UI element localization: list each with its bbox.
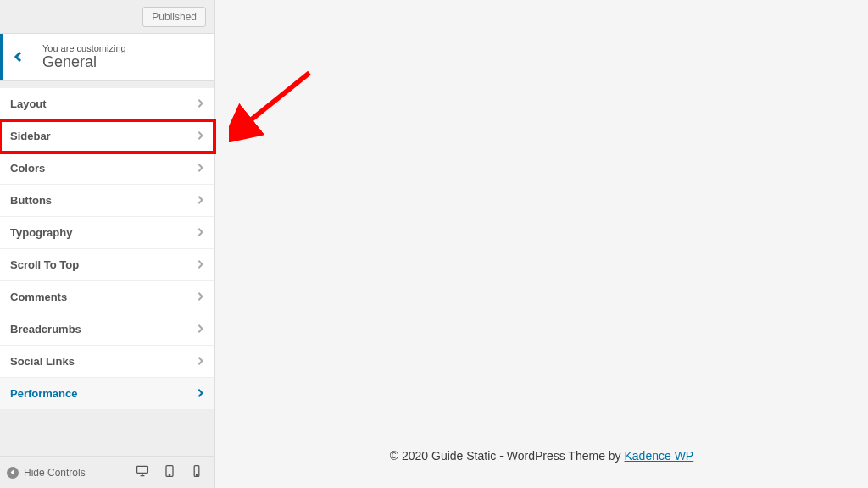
panel-top-bar: Published [0,0,214,34]
chevron-right-icon [196,323,204,336]
menu-item-breadcrumbs[interactable]: Breadcrumbs [0,313,214,346]
preview-footer-link[interactable]: Kadence WP [624,449,693,463]
chevron-right-icon [196,97,204,110]
preview-footer: © 2020 Guide Static - WordPress Theme by… [215,449,868,463]
menu-item-label: Comments [10,291,67,303]
menu-item-comments[interactable]: Comments [0,281,214,313]
menu-item-label: Performance [10,387,77,400]
menu-item-label: Buttons [10,194,52,207]
device-mobile-button[interactable] [186,462,208,484]
back-button[interactable] [0,34,34,80]
menu-list: LayoutSidebarColorsButtonsTypographyScro… [0,81,214,456]
menu-item-label: Typography [10,226,72,239]
menu-item-label: Social Links [10,355,75,368]
preview-area: © 2020 Guide Static - WordPress Theme by… [215,0,868,488]
customizer-panel: Published You are customizing General La… [0,0,215,488]
menu-item-performance[interactable]: Performance [0,378,214,410]
published-button[interactable]: Published [142,7,206,27]
menu-item-social-links[interactable]: Social Links [0,346,214,378]
chevron-right-icon [196,387,204,400]
menu-item-typography[interactable]: Typography [0,217,214,249]
panel-footer: Hide Controls [0,456,214,488]
menu-item-label: Breadcrumbs [10,323,81,336]
mobile-icon [190,464,203,481]
chevron-right-icon [196,291,204,303]
menu-item-label: Scroll To Top [10,258,79,271]
svg-point-2 [169,474,170,475]
panel-header: You are customizing General [0,34,214,81]
chevron-right-icon [196,355,204,368]
hide-controls-button[interactable]: Hide Controls [7,467,86,479]
panel-header-text: You are customizing General [34,34,214,80]
device-desktop-button[interactable] [131,462,153,484]
menu-item-sidebar[interactable]: Sidebar [0,120,214,152]
chevron-right-icon [196,130,204,142]
chevron-right-icon [196,226,204,239]
menu-item-layout[interactable]: Layout [0,88,214,120]
panel-header-title: General [42,53,214,71]
close-button[interactable] [0,0,34,34]
svg-rect-0 [137,466,148,473]
preview-footer-text: © 2020 Guide Static - WordPress Theme by [390,449,625,463]
menu-item-label: Colors [10,162,45,175]
hide-controls-label: Hide Controls [24,467,86,479]
menu-item-scroll-to-top[interactable]: Scroll To Top [0,249,214,281]
desktop-icon [136,464,149,481]
panel-header-eyebrow: You are customizing [42,43,214,53]
chevron-left-icon [14,50,24,65]
svg-point-4 [196,474,197,475]
tablet-icon [163,464,176,481]
chevron-right-icon [196,258,204,271]
chevron-right-icon [196,194,204,207]
chevron-right-icon [196,162,204,175]
menu-item-label: Layout [10,97,47,110]
menu-item-buttons[interactable]: Buttons [0,185,214,217]
device-tablet-button[interactable] [159,462,181,484]
menu-item-label: Sidebar [10,130,51,142]
menu-item-colors[interactable]: Colors [0,152,214,185]
collapse-icon [7,467,19,479]
